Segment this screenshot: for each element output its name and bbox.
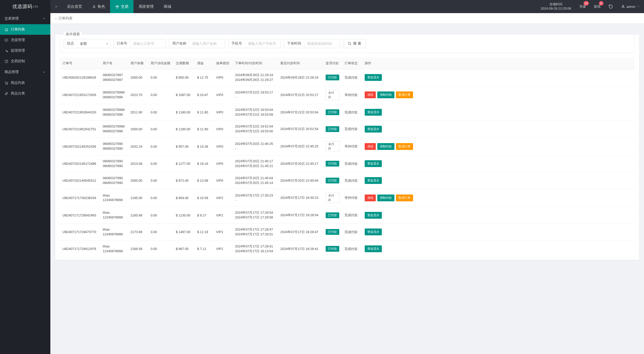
cell-times: 2024年07月22日 19:53:17- xyxy=(232,86,278,104)
sidebar-section-header[interactable]: 交易管理 xyxy=(0,13,50,24)
cell-times: 2024年07月20日 21:45:25- xyxy=(232,138,278,155)
sidebar-item[interactable]: 商品列表 xyxy=(0,78,50,88)
sidebar-item[interactable]: 订单列表 xyxy=(0,24,50,35)
cell-orderno: UB2407171728412976 xyxy=(60,240,100,257)
sidebar-item[interactable]: 商品分类 xyxy=(0,88,50,99)
cell-amount: $ 1180.00 xyxy=(173,104,195,121)
clock-title: 当地时间 xyxy=(549,2,562,7)
topnav-item-label: 角色 xyxy=(97,4,105,9)
topnav-item[interactable]: 后台首页 xyxy=(62,0,87,13)
cancel-order-button[interactable]: 取消订单 xyxy=(396,91,413,98)
cell-times: 2024年07月22日 19:53:042024年07月22日 19:53:09 xyxy=(232,104,278,121)
freeze-button[interactable]: 冻结 xyxy=(365,91,376,98)
filter-ordertime[interactable]: 下单时间 xyxy=(284,39,340,48)
user-menu[interactable]: admin xyxy=(617,0,644,13)
cell-actions: 资金流水 xyxy=(362,104,634,121)
cell-lastpay: 2024年07月17日 18:28:41 xyxy=(278,240,323,257)
cell-lastpay: 2024年07月22日 20:53:04 xyxy=(278,104,323,121)
orderno-input[interactable] xyxy=(130,39,166,48)
topnav-item[interactable]: 系统管理 xyxy=(133,0,159,13)
user-label: admin xyxy=(627,5,635,9)
cell-status: 完成付款 xyxy=(342,172,362,189)
filter-orderno[interactable]: 订单号 xyxy=(113,39,166,48)
cell-commission: $ 19.16 xyxy=(195,155,214,172)
fund-flow-button[interactable]: 资金流水 xyxy=(365,245,382,252)
cell-username: lihao12345678999 xyxy=(100,224,128,241)
force-pay-button[interactable]: 强制付款 xyxy=(377,91,394,98)
user-icon xyxy=(92,5,96,9)
cell-lastpay: 2024年07月20日 22:45:25 xyxy=(278,138,323,155)
cell-orderno: UB2407171730236334 xyxy=(60,189,100,207)
cell-paid: 已付款 xyxy=(323,224,342,241)
fund-flow-button[interactable]: 资金流水 xyxy=(365,74,382,81)
force-pay-button[interactable]: 强制付款 xyxy=(377,143,394,150)
sidebar-item-label: 订单列表 xyxy=(11,27,25,32)
table-row: UB2407221953044150 080653278998080653278… xyxy=(60,104,634,121)
unpaid-pill: 未付款 xyxy=(326,192,340,203)
cell-level: VIP1 xyxy=(214,224,232,241)
cell-orderno: UB2407171728473770 xyxy=(60,224,100,241)
sidebar-section-header[interactable]: 商品管理 xyxy=(0,67,50,78)
svg-line-12 xyxy=(350,44,351,45)
paid-pill: 已付款 xyxy=(326,212,339,218)
sidebar-item[interactable]: 交易控制 xyxy=(0,56,50,67)
freeze-button[interactable]: 冻结 xyxy=(365,195,376,201)
svg-rect-2 xyxy=(5,39,8,41)
sidebar-item[interactable]: 充值管理 xyxy=(0,35,50,45)
username-input[interactable] xyxy=(190,39,225,48)
column-header: 订单号 xyxy=(60,57,100,69)
recharge-link[interactable]: 充值 14 xyxy=(575,0,590,13)
fund-flow-button[interactable]: 资金流水 xyxy=(365,160,382,167)
cell-times: 2024年07月17日 17:28:472024年07月17日 17:28:51 xyxy=(232,224,278,241)
fund-flow-button[interactable]: 资金流水 xyxy=(365,177,382,184)
freeze-button[interactable]: 冻结 xyxy=(365,143,376,150)
column-header: 操作 xyxy=(362,57,634,69)
phone-input[interactable] xyxy=(245,39,281,48)
topnav-item[interactable]: 商城 xyxy=(159,0,176,13)
cancel-order-button[interactable]: 取消订单 xyxy=(396,195,413,201)
filter-username[interactable]: 用户名称 xyxy=(169,39,225,48)
search-button[interactable]: 搜 索 xyxy=(343,39,366,48)
withdraw-link[interactable]: 提现 0 xyxy=(590,0,604,13)
search-icon xyxy=(348,42,352,46)
toggle-sidebar-button[interactable] xyxy=(50,0,62,13)
filter-phone[interactable]: 手机号 xyxy=(228,39,281,48)
cell-frozen: 0.00 xyxy=(148,121,173,138)
brand-version: V20 xyxy=(33,5,38,8)
link-icon xyxy=(5,92,8,95)
force-pay-button[interactable]: 强制付款 xyxy=(377,195,394,201)
breadcrumb: » 订单列表 xyxy=(50,13,644,24)
refresh-button[interactable] xyxy=(604,0,617,13)
fund-flow-button[interactable]: 资金流水 xyxy=(365,126,382,133)
cell-actions: 资金流水 xyxy=(362,121,634,138)
ordertime-input[interactable] xyxy=(304,39,340,48)
table-row: UB2407221952542751 080653278998080653278… xyxy=(60,121,634,138)
cart-icon xyxy=(5,28,8,31)
cell-balance: 2013.08 xyxy=(128,155,148,172)
cell-level: VIP0 xyxy=(214,69,232,86)
cell-commission: $ 10.59 xyxy=(195,189,214,207)
cell-actions: 冻结 强制付款 取消订单 xyxy=(362,189,634,207)
svg-point-1 xyxy=(7,30,8,31)
topnav-item-label: 系统管理 xyxy=(139,4,154,9)
paid-pill: 已付款 xyxy=(326,161,339,167)
cell-status: 完成付款 xyxy=(342,240,362,257)
status-select[interactable]: 全部 xyxy=(77,39,110,48)
sidebar-section-label: 商品管理 xyxy=(5,70,19,74)
fund-flow-button[interactable]: 资金流水 xyxy=(365,212,382,219)
sidebar-section-label: 交易管理 xyxy=(5,16,19,21)
filter-status[interactable]: 状态 全部 ▾ xyxy=(64,39,110,48)
cell-amount: $ 1190.00 xyxy=(173,121,195,138)
cell-commission: $ 12.19 xyxy=(195,224,214,241)
brand: 优选源码 V20 xyxy=(0,0,50,13)
sidebar-item[interactable]: 提现管理 xyxy=(0,45,50,56)
topnav-item[interactable]: 交易 xyxy=(110,0,133,13)
table-row: UB2407171728542493 lihao12345678999 2185… xyxy=(60,207,634,224)
topnav-item[interactable]: 角色 xyxy=(87,0,110,13)
fund-flow-button[interactable]: 资金流水 xyxy=(365,229,382,235)
cancel-order-button[interactable]: 取消订单 xyxy=(396,143,413,150)
table-row: UB2407202145252436 080653278900806532789… xyxy=(60,138,634,155)
cell-lastpay: 2024年07月22日 20:52:54 xyxy=(278,121,323,138)
fund-flow-button[interactable]: 资金流水 xyxy=(365,109,382,116)
table-row: UB2407171728412976 lihao12345678999 2166… xyxy=(60,240,634,257)
